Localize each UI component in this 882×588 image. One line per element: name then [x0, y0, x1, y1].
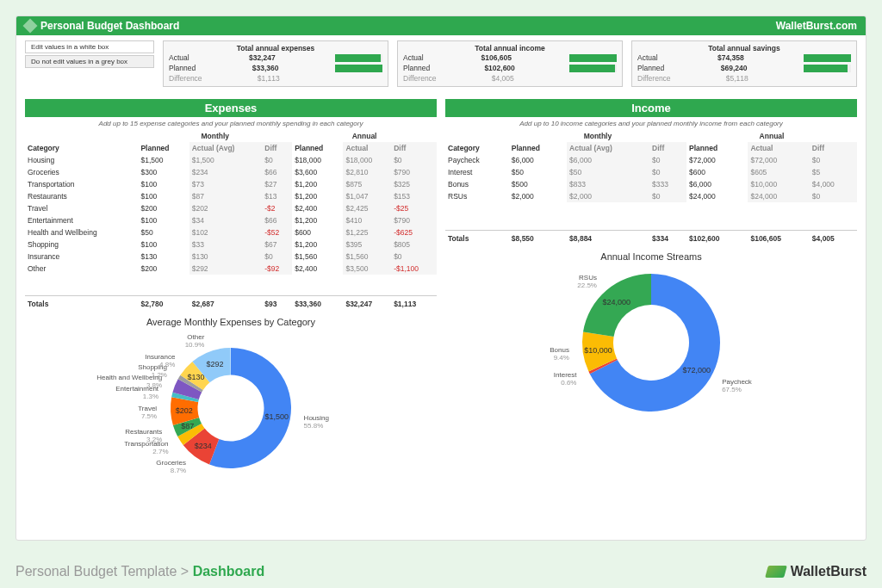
legend-readonly: Do not edit values in a grey box — [25, 55, 154, 68]
dashboard-title: Personal Budget Dashboard — [40, 20, 179, 32]
walletburst-logo: WalletBurst — [767, 564, 866, 579]
summary-card: Total annual savings Actual$74,358 Plann… — [631, 40, 857, 87]
table-row[interactable]: Restaurants $100 $87 $13 $1,200 $1,047 $… — [25, 190, 437, 202]
table-row[interactable]: RSUs $2,000 $2,000 $0 $24,000 $24,000 $0 — [445, 190, 857, 202]
expenses-title: Expenses — [25, 99, 437, 117]
table-row[interactable]: Transportation $100 $73 $27 $1,200 $875 … — [25, 178, 437, 190]
expenses-chart-title: Average Monthly Expenses by Category — [25, 310, 437, 331]
income-help: Add up to 10 income categories and your … — [445, 117, 857, 130]
page-footer: Personal Budget Template > Dashboard Wal… — [16, 564, 866, 579]
summary-card: Total annual income Actual$106,605 Plann… — [397, 40, 623, 87]
svg-text:$87: $87 — [181, 421, 194, 430]
spreadsheet-sheet: Personal Budget Dashboard WalletBurst.co… — [16, 15, 866, 541]
logo-icon — [765, 566, 787, 578]
summary-card: Total annual expenses Actual$32,247 Plan… — [163, 40, 388, 87]
table-row[interactable]: Health and Wellbeing $50 $102 -$52 $600 … — [25, 226, 437, 238]
expenses-totals-row: Totals $2,780 $2,687 $93 $33,360 $32,247… — [25, 295, 437, 310]
svg-text:$24,000: $24,000 — [602, 297, 630, 306]
table-row[interactable]: Groceries $300 $234 $66 $3,600 $2,810 $7… — [25, 166, 437, 178]
table-row[interactable]: Housing $1,500 $1,500 $0 $18,000 $18,000… — [25, 154, 437, 166]
table-row[interactable]: Travel $200 $202 -$2 $2,400 $2,425 -$25 — [25, 202, 437, 214]
income-donut-chart: $72,000$10,000$24,000Paycheck67.5%Intere… — [445, 265, 857, 429]
dashboard-header: Personal Budget Dashboard WalletBurst.co… — [16, 16, 866, 35]
svg-text:$1,500: $1,500 — [265, 412, 289, 420]
table-row[interactable]: Other $200 $292 -$92 $2,400 $3,500 -$1,1… — [25, 263, 437, 275]
svg-text:$202: $202 — [176, 405, 193, 414]
svg-text:$130: $130 — [188, 372, 205, 381]
logo-icon — [23, 19, 38, 34]
site-link[interactable]: WalletBurst.com — [776, 20, 857, 32]
expenses-table: Monthly Annual Category Planned Actual (… — [25, 130, 437, 310]
table-row[interactable]: Bonus $500 $833 $333 $6,000 $10,000 $4,0… — [445, 178, 857, 190]
table-row[interactable]: Shopping $100 $33 $67 $1,200 $395 $805 — [25, 238, 437, 251]
svg-text:$234: $234 — [195, 441, 212, 449]
expenses-donut-chart: $1,500$234$87$202$130$292Housing55.8%Gro… — [25, 331, 437, 494]
legend-editable: Edit values in a white box — [25, 40, 154, 53]
income-chart-title: Annual Income Streams — [445, 244, 857, 265]
income-totals-row: Totals $8,550 $8,884 $334 $102,600 $106,… — [445, 230, 857, 244]
breadcrumb: Personal Budget Template > Dashboard — [16, 564, 264, 579]
income-table: Monthly Annual Category Planned Actual (… — [445, 130, 857, 244]
table-row[interactable]: Paycheck $6,000 $6,000 $0 $72,000 $72,00… — [445, 154, 857, 166]
svg-text:$10,000: $10,000 — [584, 345, 612, 354]
table-row[interactable]: Interest $50 $50 $0 $600 $605 $5 — [445, 166, 857, 178]
expenses-help: Add up to 15 expense categories and your… — [25, 117, 437, 130]
table-row[interactable]: Insurance $130 $130 $0 $1,560 $1,560 $0 — [25, 251, 437, 263]
table-row[interactable]: Entertainment $100 $34 $66 $1,200 $410 $… — [25, 214, 437, 226]
svg-text:$72,000: $72,000 — [683, 366, 711, 374]
income-title: Income — [445, 99, 857, 117]
svg-text:$292: $292 — [206, 360, 223, 368]
